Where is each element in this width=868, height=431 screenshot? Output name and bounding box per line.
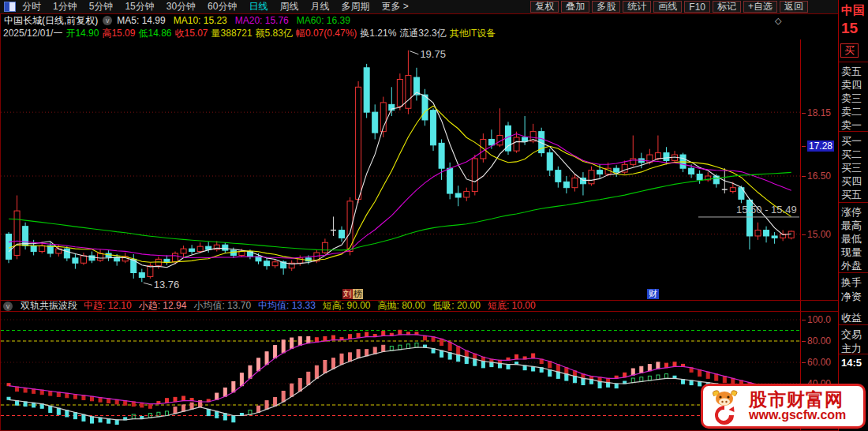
quote-row: 买三	[841, 161, 862, 175]
quote-row: 买五	[841, 188, 862, 202]
ma5-line	[9, 92, 791, 268]
chevron-down-icon[interactable]: v	[103, 16, 112, 25]
period-tab[interactable]: 15分钟	[125, 0, 154, 13]
sub-indicator-name[interactable]: 双轨共振波段	[21, 299, 77, 313]
period-tab[interactable]: 1分钟	[53, 0, 77, 13]
chevron-down-icon[interactable]: v	[3, 302, 13, 311]
axis-tick	[802, 234, 806, 235]
toolbar-button[interactable]: 画线	[653, 1, 682, 13]
indicator-param: 中均值: 13.33	[258, 299, 316, 313]
panel-divider	[839, 131, 868, 132]
axis-tick	[802, 341, 806, 342]
quote-row: 买二	[841, 148, 862, 162]
indicator-param: 小趋: 12.94	[139, 299, 187, 313]
info-item: 其他IT设备	[450, 27, 496, 40]
range-annotation: 15.50 - 15.49	[736, 204, 797, 216]
period-menu: 分时1分钟5分钟15分钟30分钟60分钟日线周线月线多周期更多 >	[22, 0, 421, 13]
buy-button-wrap: 买	[840, 43, 859, 58]
info-item: 开14.90	[65, 27, 99, 40]
quote-row: 收益	[841, 311, 862, 325]
sub-indicator-row: v 双轨共振波段 中趋: 12.10小趋: 12.94小均值: 13.70中均值…	[0, 301, 838, 311]
marker-char: 刘	[342, 289, 353, 299]
panel-divider	[839, 354, 868, 354]
toolbar-button[interactable]: 叠加	[561, 1, 589, 13]
info-item: 流通32.3亿	[399, 27, 446, 40]
axis-tick	[802, 146, 806, 147]
indicator-param: 低吸: 20.00	[432, 299, 481, 313]
app-window-icon[interactable]	[4, 2, 16, 12]
axis-tick	[802, 320, 806, 320]
ma-value-label: MA60: 16.39	[297, 15, 350, 26]
indicator-param: 中趋: 12.10	[84, 299, 132, 313]
quote-row: 净资	[841, 290, 862, 304]
period-tab[interactable]: 60分钟	[208, 0, 237, 13]
panel-last-price: 15	[841, 20, 858, 37]
period-tab[interactable]: 周线	[279, 0, 298, 13]
frame-axis-divider	[800, 39, 801, 431]
quote-row: 交易	[841, 328, 862, 342]
toolbar-button[interactable]: F10	[684, 1, 710, 13]
quote-row: 卖二	[841, 105, 862, 119]
top-toolbar: 分时1分钟5分钟15分钟30分钟60分钟日线周线月线多周期更多 > 复权叠加多股…	[0, 0, 838, 14]
axis-label: 100.0	[802, 314, 836, 325]
info-item: 额5.83亿	[256, 27, 293, 40]
toolbar-button[interactable]: 返回	[780, 1, 808, 13]
axis-label: 17.28	[802, 141, 836, 152]
ohlc-info-row: 2025/12/01/一开14.90高15.09低14.86收15.07量388…	[0, 27, 838, 39]
axis-tick	[802, 113, 806, 114]
toolbar-button[interactable]: 标记	[713, 1, 741, 13]
panel-stock-name: 中国	[841, 3, 865, 18]
ma-value-label: MA10: 15.23	[174, 15, 227, 26]
main-candle-chart[interactable]: 15.50 - 15.4919.7513.76	[1, 39, 800, 300]
axis-tick	[802, 362, 806, 363]
sub-wave-chart[interactable]	[1, 312, 800, 431]
watermark-site-name: 股市财富网	[749, 390, 846, 409]
quote-row: 卖五	[841, 65, 862, 79]
quote-row: 买一	[841, 134, 862, 148]
ma-value-label: MA20: 15.76	[235, 15, 289, 26]
toolbar-button[interactable]: 统计	[623, 1, 651, 13]
info-item: 收15.07	[175, 27, 208, 40]
toolbar-button[interactable]: +自选	[743, 1, 777, 13]
panel-divider	[839, 272, 868, 273]
stock-title: 中国长城(日线,前复权)	[4, 14, 98, 28]
panel-divider	[839, 324, 868, 325]
period-tab[interactable]: 月线	[310, 0, 329, 13]
diamond-icon[interactable]: ◇	[775, 16, 781, 26]
period-tab[interactable]: 分时	[22, 0, 41, 13]
quote-row: 外盘	[841, 259, 862, 273]
indicator-param: 短底: 10.00	[488, 299, 536, 313]
info-item: 幅0.07(0.47%)	[296, 27, 357, 40]
info-item: 低14.86	[138, 27, 171, 40]
quote-panel: 中国 15 买 卖五卖四卖三卖二卖一买一买二买三买四买五涨停最高最低现量外盘换手…	[839, 0, 868, 431]
ma-value-label: MA5: 14.99	[117, 15, 165, 26]
sub-indicator-params: 中趋: 12.10小趋: 12.94小均值: 13.70中均值: 13.33短高…	[84, 299, 543, 313]
period-tab[interactable]: 30分钟	[166, 0, 196, 13]
quote-row: 买四	[841, 174, 862, 189]
axis-label: 60.00	[802, 357, 836, 368]
marker-char: 榜	[353, 289, 363, 299]
period-tab[interactable]: 5分钟	[89, 0, 114, 13]
period-tab[interactable]: 日线	[249, 0, 268, 13]
panel-divider	[839, 202, 868, 203]
title-row: 中国长城(日线,前复权) v MA5: 14.99MA10: 15.23MA20…	[0, 14, 838, 27]
buy-button[interactable]: 买	[840, 43, 859, 58]
indicator-param: 高抛: 80.00	[378, 299, 426, 313]
toolbar-button[interactable]: 多股	[592, 1, 620, 13]
period-tab[interactable]: 更多 >	[381, 0, 408, 13]
ma20-line	[9, 134, 791, 259]
ma60-line	[9, 172, 791, 250]
peak-annotation: 19.75	[420, 48, 446, 60]
indicator-param: 小均值: 13.70	[193, 299, 251, 313]
period-tab[interactable]: 多周期	[341, 0, 369, 13]
panel-time: 14:5	[841, 357, 862, 369]
info-item: 高15.09	[102, 27, 135, 40]
quote-row: 卖三	[841, 92, 862, 106]
bull-logo-icon	[708, 388, 744, 425]
indicator-param: 短高: 90.00	[323, 299, 371, 313]
toolbar-buttons: 复权叠加多股统计画线F10标记+自选返回	[528, 1, 808, 13]
marker-char: 财	[647, 289, 659, 299]
toolbar-button[interactable]: 复权	[530, 1, 559, 13]
axis-label: 15.00	[802, 229, 836, 240]
chart-marker-badge: 刘 榜	[342, 289, 363, 299]
